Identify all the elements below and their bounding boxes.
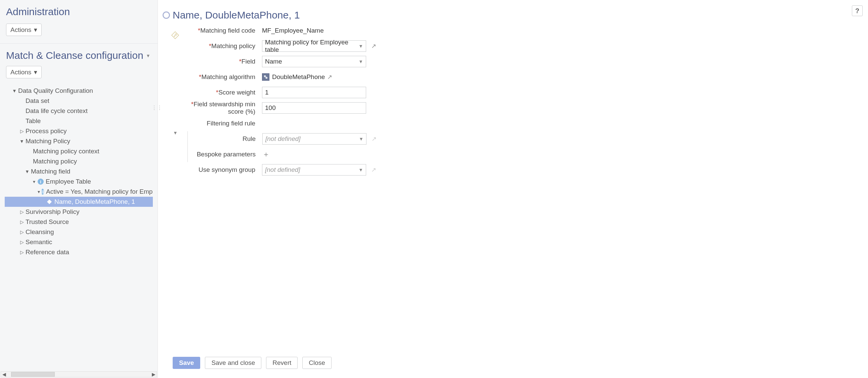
label-matching-field-code: *Matching field code — [181, 27, 262, 34]
select-rule[interactable]: [not defined]▼ — [262, 133, 367, 145]
algorithm-icon — [262, 73, 270, 81]
section-caret-icon[interactable]: ▾ — [147, 53, 150, 59]
caret-right-icon: ▷ — [20, 128, 24, 134]
close-button[interactable]: Close — [302, 357, 332, 369]
tree-item-active-policy[interactable]: ▾ⅠⅠActive = Yes, Matching policy for Emp… — [5, 187, 153, 197]
help-button[interactable]: ? — [852, 5, 863, 16]
tree-item-trusted-source[interactable]: ▷Trusted Source — [5, 217, 153, 227]
label-stewardship: *Field stewardship min score (%) — [181, 100, 262, 115]
tree-item-reference-data[interactable]: ▷Reference data — [5, 247, 153, 257]
actions-label: Actions — [10, 68, 31, 76]
chevron-down-icon: ▼ — [359, 167, 363, 173]
caret-down-icon: ▾ — [34, 26, 37, 34]
caret-right-icon: ▷ — [20, 219, 24, 225]
tree-item-cleansing[interactable]: ▷Cleansing — [5, 227, 153, 237]
actions-label: Actions — [10, 26, 31, 34]
tree-item-dataset[interactable]: ▶Data set — [5, 96, 153, 106]
tree-item-matching-policy[interactable]: ▼Matching Policy — [5, 136, 153, 146]
tree-item-survivorship[interactable]: ▷Survivorship Policy — [5, 207, 153, 217]
caret-right-icon: ▷ — [20, 250, 24, 255]
caret-right-icon: ▷ — [20, 239, 24, 245]
tree-item-life-cycle[interactable]: ▶Data life cycle context — [5, 106, 153, 116]
value-matching-field-code: MF_Employee_Name — [262, 27, 324, 34]
pause-icon: ⅠⅠ — [41, 189, 44, 195]
admin-actions-button[interactable]: Actions ▾ — [6, 24, 42, 36]
admin-title: Administration — [5, 6, 153, 18]
main-content: ? Name, DoubleMetaPhone, 1 ⚿ ▼ *Matching… — [159, 0, 868, 378]
label-synonym: Use synonym group — [181, 166, 262, 174]
label-matching-policy: *Matching policy — [181, 42, 262, 50]
tree-item-process-policy[interactable]: ▷Process policy — [5, 126, 153, 136]
chevron-down-icon: ▼ — [359, 43, 363, 49]
input-stewardship[interactable] — [262, 102, 366, 114]
revert-button[interactable]: Revert — [266, 357, 298, 369]
caret-down-icon: ▾ — [38, 189, 40, 194]
label-bespoke: Bespoke parameters — [188, 151, 262, 158]
scrollbar-track[interactable] — [7, 372, 151, 377]
footer-toolbar: Save Save and close Revert Close — [168, 354, 861, 371]
section-title: Match & Cleanse configuration — [6, 50, 144, 61]
scroll-left-icon[interactable]: ◀ — [1, 372, 7, 377]
popout-icon[interactable]: ↗ — [370, 135, 378, 143]
input-score-weight[interactable] — [262, 87, 366, 98]
chevron-down-icon: ▼ — [359, 136, 364, 142]
tree-item-matching-policy-context[interactable]: ▶Matching policy context — [5, 146, 153, 156]
divider — [0, 43, 158, 44]
sidebar: Administration Actions ▾ Match & Cleanse… — [0, 0, 158, 378]
select-matching-policy[interactable]: Matching policy for Employee table▼ — [262, 40, 366, 52]
caret-right-icon: ▷ — [20, 209, 24, 214]
tree-item-semantic[interactable]: ▷Semantic — [5, 237, 153, 247]
caret-down-icon: ▾ — [34, 68, 37, 76]
tree-item-root[interactable]: ▼Data Quality Configuration — [5, 86, 153, 96]
label-filtering: Filtering field rule — [181, 120, 262, 127]
nav-tree: ▼Data Quality Configuration ▶Data set ▶D… — [5, 86, 153, 257]
info-icon: i — [38, 179, 44, 185]
save-close-button[interactable]: Save and close — [205, 357, 261, 369]
scroll-right-icon[interactable]: ▶ — [151, 372, 157, 377]
section-collapse-icon[interactable]: ▼ — [172, 130, 179, 136]
diamond-icon — [47, 199, 52, 204]
tree-item-matching-policy-leaf[interactable]: ▶Matching policy — [5, 156, 153, 167]
tree-item-matching-field[interactable]: ▼Matching field — [5, 167, 153, 177]
label-field: *Field — [181, 58, 262, 65]
value-matching-algorithm: DoubleMetaPhone — [272, 73, 325, 81]
page-title: Name, DoubleMetaPhone, 1 — [173, 9, 300, 21]
caret-down-icon: ▾ — [32, 179, 36, 184]
scrollbar-thumb[interactable] — [11, 372, 55, 377]
save-button[interactable]: Save — [173, 357, 200, 369]
select-field[interactable]: Name▼ — [262, 56, 366, 67]
label-matching-algorithm: *Matching algorithm — [181, 73, 262, 81]
record-icon — [163, 11, 170, 19]
section-actions-button[interactable]: Actions ▾ — [6, 66, 42, 78]
popout-icon[interactable]: ↗ — [370, 42, 378, 50]
add-bespoke-button[interactable]: ＋ — [262, 149, 270, 159]
splitter-handle[interactable]: ⋮⋮ — [155, 101, 159, 114]
caret-right-icon: ▷ — [20, 229, 24, 235]
tree-item-selected[interactable]: Name, DoubleMetaPhone, 1 — [5, 197, 153, 207]
caret-down-icon: ▼ — [12, 88, 17, 93]
popout-icon[interactable]: ↗ — [326, 73, 334, 81]
caret-down-icon: ▼ — [25, 169, 30, 174]
popout-icon[interactable]: ↗ — [370, 166, 378, 174]
tree-item-employee-table[interactable]: ▾iEmployee Table — [5, 177, 153, 187]
caret-down-icon: ▼ — [20, 139, 24, 144]
chevron-down-icon: ▼ — [359, 59, 363, 64]
tree-item-table[interactable]: ▶Table — [5, 116, 153, 126]
horizontal-scrollbar[interactable]: ◀ ▶ — [1, 371, 157, 377]
select-synonym[interactable]: [not defined]▼ — [262, 164, 366, 176]
label-score-weight: *Score weight — [181, 89, 262, 96]
label-rule: Rule — [188, 135, 262, 143]
